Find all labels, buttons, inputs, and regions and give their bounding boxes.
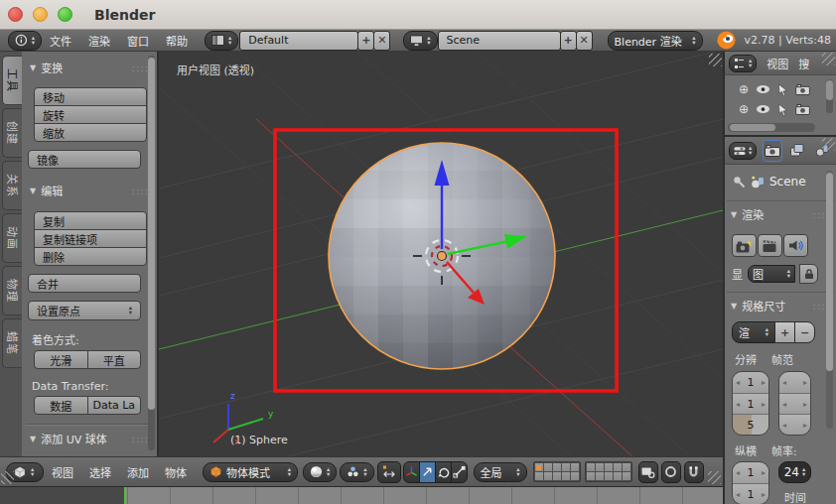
tab-render[interactable] [763, 140, 781, 162]
layer-toggle[interactable] [596, 472, 604, 480]
delete-scene-button[interactable]: ✕ [576, 31, 593, 51]
panel-grip[interactable]: :::: [132, 186, 149, 196]
editor-type-dropdown-info[interactable]: ▴▾ [8, 31, 42, 51]
visibility-eye-icon[interactable] [756, 104, 770, 114]
layer-toggle[interactable] [614, 472, 622, 480]
delete-layout-button[interactable]: ✕ [373, 31, 390, 51]
transform-orientation-dropdown[interactable]: 全局 ▴▾ [474, 462, 527, 482]
corner-resize-grip[interactable] [1, 471, 14, 484]
tab-tools[interactable]: 工具 [2, 56, 22, 105]
layer-toggle[interactable] [553, 463, 561, 471]
manipulator-axes-button[interactable] [403, 461, 420, 483]
panel-header-add-uv-sphere[interactable]: ▼ 添加 UV 球体 :::: [22, 431, 157, 446]
viewport-shading-dropdown[interactable]: ▴▾ [303, 462, 337, 482]
mirror-button[interactable]: 镜像 [28, 150, 141, 169]
layer-toggle[interactable] [553, 472, 561, 480]
render-audio-button[interactable] [783, 234, 808, 257]
resolution-percentage-slider[interactable]: 5 [733, 414, 768, 435]
tab-render-layers[interactable] [788, 140, 807, 162]
3d-viewport[interactable]: 用户视图 (透视) (1) Sphere z y x [159, 52, 723, 456]
increment-arrow[interactable]: ▸ [762, 490, 766, 499]
lock-interface-button[interactable] [799, 264, 818, 284]
tab-physics[interactable]: 物理 [2, 266, 22, 315]
object-menu[interactable]: 物体 [165, 464, 187, 480]
menu-file[interactable]: 文件 [50, 33, 71, 49]
opengl-render-button[interactable] [661, 461, 681, 483]
add-scene-button[interactable]: + [560, 31, 577, 51]
select-menu[interactable]: 选择 [89, 464, 111, 480]
outliner-row[interactable]: ⊕ [725, 99, 836, 119]
editor-type-dropdown-properties[interactable]: ▴▾ [729, 142, 757, 160]
maximize-window-button[interactable] [58, 7, 72, 22]
panel-header-edit[interactable]: ▼ 编辑 :::: [22, 183, 157, 198]
snap-button[interactable] [684, 461, 704, 483]
shade-flat-button[interactable]: 平直 [87, 350, 142, 369]
frame-step-field[interactable]: ◂ ▸ [779, 414, 810, 435]
expand-icon[interactable]: ⊕ [739, 102, 749, 116]
add-layout-button[interactable]: + [357, 31, 374, 51]
add-menu[interactable]: 添加 [127, 464, 149, 480]
renderability-camera-icon[interactable] [795, 104, 810, 115]
selectability-cursor-icon[interactable] [777, 83, 788, 96]
pivot-center-dropdown[interactable]: ▴▾ [340, 462, 373, 482]
outliner-hscrollbar[interactable] [728, 123, 815, 132]
duplicate-button[interactable]: 复制 [34, 211, 147, 230]
outliner-vscrollbar[interactable] [826, 79, 833, 113]
decrement-arrow[interactable]: ◂ [782, 421, 786, 430]
layer-toggle[interactable] [535, 463, 543, 471]
data-transfer-data-button[interactable]: 数据 [34, 396, 88, 415]
renderability-camera-icon[interactable] [795, 84, 810, 95]
close-window-button[interactable] [8, 7, 23, 22]
editor-type-dropdown-outliner[interactable]: ▴▾ [729, 55, 757, 72]
tab-animation[interactable]: 动画 [2, 213, 22, 263]
corner-resize-grip[interactable] [822, 53, 835, 65]
layer-toggle[interactable] [544, 472, 552, 480]
tab-create[interactable]: 创建 [2, 108, 22, 158]
frame-start-field[interactable]: ◂ ▸ [779, 372, 810, 393]
increment-arrow[interactable]: ▸ [762, 400, 766, 409]
layer-toggle[interactable] [596, 463, 604, 471]
panel-grip[interactable]: :::: [132, 63, 149, 73]
mode-dropdown[interactable]: 物体模式 ▴▾ [203, 462, 298, 482]
layer-toggle[interactable] [587, 472, 595, 480]
decrement-arrow[interactable]: ◂ [782, 400, 786, 409]
panel-grip[interactable]: :::: [132, 434, 149, 444]
viewport-canvas[interactable] [159, 52, 723, 456]
screen-layout-name-field[interactable]: Default [239, 31, 358, 51]
tab-relations[interactable]: 关系 [2, 161, 22, 210]
render-preset-dropdown[interactable]: 渲 ▴▾ [732, 321, 775, 343]
current-frame-indicator[interactable] [124, 487, 126, 504]
menu-help[interactable]: 帮助 [166, 33, 188, 49]
manipulator-translate-button[interactable] [419, 461, 436, 483]
selectability-cursor-icon[interactable] [777, 103, 788, 116]
layer-toggle[interactable] [623, 463, 630, 471]
view-menu[interactable]: 视图 [52, 464, 73, 480]
rotate-button[interactable]: 旋转 [34, 105, 147, 124]
increment-arrow[interactable]: ▸ [762, 468, 766, 477]
timeline-editor[interactable] [0, 486, 723, 504]
properties-scrollbar[interactable] [826, 171, 833, 429]
lock-to-scene-button[interactable] [638, 461, 658, 483]
frame-end-field[interactable]: ◂ ▸ [779, 393, 810, 414]
panel-header-render[interactable]: ▼ 渲染 :::: [725, 206, 836, 222]
minimize-window-button[interactable] [33, 7, 48, 22]
increment-arrow[interactable]: ▸ [762, 378, 766, 387]
scale-button[interactable]: 缩放 [34, 123, 147, 142]
render-still-button[interactable] [732, 234, 757, 257]
render-animation-button[interactable] [758, 234, 782, 257]
pin-icon[interactable] [733, 176, 746, 189]
join-button[interactable]: 合并 [28, 274, 141, 293]
screen-layout-icon-dropdown[interactable]: ▴▾ [205, 31, 238, 51]
tab-grease-pencil[interactable]: 蜡笔 [2, 318, 22, 368]
panel-header-dimensions[interactable]: ▼ 规格尺寸 :::: [725, 298, 836, 314]
layer-toggle[interactable] [605, 472, 613, 480]
visibility-eye-icon[interactable] [756, 84, 770, 94]
decrement-arrow[interactable]: ◂ [782, 378, 786, 387]
layer-toggle[interactable] [544, 463, 552, 471]
scene-name-field[interactable]: Scene [438, 31, 561, 51]
aspect-x-field[interactable]: ◂ 1 ▸ [733, 462, 768, 483]
increment-arrow[interactable]: ▸ [803, 400, 807, 409]
remove-preset-button[interactable]: − [794, 321, 815, 343]
manipulator-toggle-button[interactable] [377, 461, 401, 483]
layer-toggle[interactable] [614, 463, 622, 471]
